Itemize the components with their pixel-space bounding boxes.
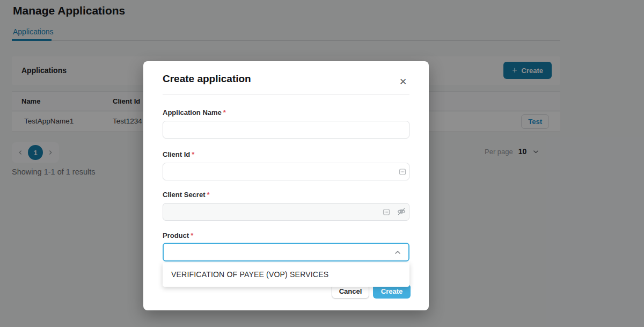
create-application-modal: Create application ✕ Application Name* C… [143,61,429,310]
product-select[interactable] [163,243,409,261]
client-secret-input[interactable] [163,203,409,221]
client-id-label: Client Id* [163,150,194,158]
required-asterisk: * [207,191,209,199]
close-icon[interactable]: ✕ [398,76,408,87]
modal-divider [163,95,409,95]
application-name-input[interactable] [163,121,409,139]
autofill-icon[interactable] [382,207,391,217]
modal-title: Create application [163,73,251,85]
page: Manage Applications Applications Applica… [0,0,644,327]
eye-off-icon[interactable] [397,207,406,216]
required-asterisk: * [192,150,194,158]
autofill-icon[interactable] [398,167,407,177]
product-dropdown-menu: VERIFICATION OF PAYEE (VOP) SERVICES [163,263,409,287]
application-name-label: Application Name* [163,108,226,117]
dropdown-option-vop[interactable]: VERIFICATION OF PAYEE (VOP) SERVICES [163,263,409,287]
client-id-input[interactable] [163,163,409,180]
client-secret-label: Client Secret* [163,191,210,199]
required-asterisk: * [223,108,226,117]
required-asterisk: * [191,231,193,239]
product-label: Product* [163,231,193,239]
chevron-up-icon [393,248,402,259]
